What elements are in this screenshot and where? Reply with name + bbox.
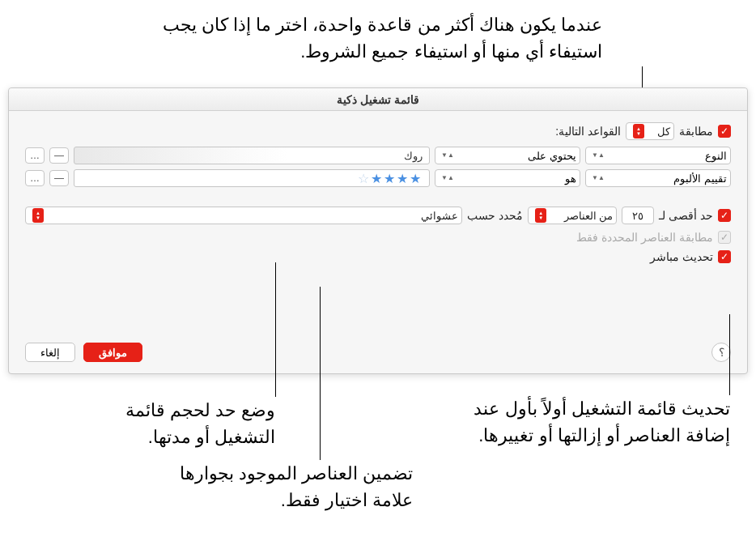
rule-field-select[interactable]: النوع ▲▼ <box>585 147 731 164</box>
updown-icon: ▲▼ <box>442 148 453 163</box>
dialog-content: ✓ مطابقة كل ▲▼ القواعد التالية: النوع ▲▼… <box>9 111 747 281</box>
live-update-row: ✓ تحديث مباشر <box>25 250 731 263</box>
updown-icon: ▲▼ <box>32 208 44 223</box>
dialog-title: قائمة تشغيل ذكية <box>9 88 747 111</box>
callout-line <box>320 287 321 460</box>
rule-value-stars[interactable]: ★★★★☆ <box>74 169 430 187</box>
match-checked-checkbox[interactable]: ✓ <box>718 231 731 244</box>
match-suffix: القواعد التالية: <box>555 125 621 138</box>
limit-checkbox[interactable]: ✓ <box>718 209 731 222</box>
rule-row: النوع ▲▼ يحتوي على ▲▼ روك — … <box>25 147 731 164</box>
annotation-checked-only: تضمين العناصر الموجود بجوارها علامة اختي… <box>154 460 413 513</box>
updown-icon: ▲▼ <box>535 208 546 223</box>
limit-row: ✓ حد أقصى لـ ٢٥ من العناصر ▲▼ مُحدد حسب … <box>25 207 731 224</box>
live-update-label: تحديث مباشر <box>650 250 713 263</box>
remove-rule-button[interactable]: — <box>49 147 69 164</box>
remove-rule-button[interactable]: — <box>49 170 69 186</box>
match-checked-label: مطابقة العناصر المحددة فقط <box>576 231 713 244</box>
match-checked-row: ✓ مطابقة العناصر المحددة فقط <box>25 231 731 244</box>
callout-line <box>729 314 730 395</box>
rule-row: تقييم الألبوم ▲▼ هو ▲▼ ★★★★☆ — … <box>25 169 731 187</box>
cancel-button[interactable]: إلغاء <box>25 343 75 362</box>
footer-buttons: إلغاء موافق <box>25 343 142 362</box>
match-row: ✓ مطابقة كل ▲▼ القواعد التالية: <box>25 122 731 140</box>
more-rule-button[interactable]: … <box>25 170 45 186</box>
rule-op-select[interactable]: يحتوي على ▲▼ <box>435 147 580 164</box>
match-scope-value: كل <box>657 126 670 138</box>
rule-value-input[interactable]: روك <box>74 147 430 164</box>
help-button[interactable]: ؟ <box>711 343 731 362</box>
live-update-checkbox[interactable]: ✓ <box>718 250 731 263</box>
annotation-live-update: تحديث قائمة التشغيل أولاً بأول عند إضافة… <box>463 395 730 449</box>
rule-op-select[interactable]: هو ▲▼ <box>435 169 580 187</box>
limit-unit-select[interactable]: من العناصر ▲▼ <box>528 207 617 224</box>
match-scope-select[interactable]: كل ▲▼ <box>626 122 674 140</box>
match-label: مطابقة <box>679 125 713 138</box>
rule-field-value: تقييم الألبوم <box>673 173 727 185</box>
match-checkbox[interactable]: ✓ <box>718 125 731 138</box>
selected-by-value: عشوائي <box>421 210 458 222</box>
limit-unit-value: من العناصر <box>564 210 614 222</box>
limit-label: حد أقصى لـ <box>659 209 713 222</box>
rule-field-select[interactable]: تقييم الألبوم ▲▼ <box>585 169 731 187</box>
smart-playlist-dialog: قائمة تشغيل ذكية ✓ مطابقة كل ▲▼ القواعد … <box>8 87 748 374</box>
selected-by-select[interactable]: عشوائي ▲▼ <box>25 207 462 224</box>
ok-button[interactable]: موافق <box>83 343 142 362</box>
updown-icon: ▲▼ <box>442 171 453 185</box>
updown-icon: ▲▼ <box>592 148 604 163</box>
updown-icon: ▲▼ <box>633 124 644 138</box>
rule-value-text: روك <box>404 150 423 162</box>
callout-line <box>275 262 276 397</box>
rule-field-value: النوع <box>705 150 727 162</box>
updown-icon: ▲▼ <box>592 171 604 185</box>
more-rule-button[interactable]: … <box>25 147 45 164</box>
rule-op-value: هو <box>565 173 576 185</box>
annotation-limit: وضع حد لحجم قائمة التشغيل أو مدتها. <box>93 397 275 450</box>
selected-by-label: مُحدد حسب <box>467 209 523 222</box>
rule-op-value: يحتوي على <box>528 150 576 162</box>
star-rating: ★★★★☆ <box>358 171 423 186</box>
annotation-top: عندما يكون هناك أكثر من قاعدة واحدة، اخت… <box>108 11 602 65</box>
limit-count-input[interactable]: ٢٥ <box>622 207 654 224</box>
